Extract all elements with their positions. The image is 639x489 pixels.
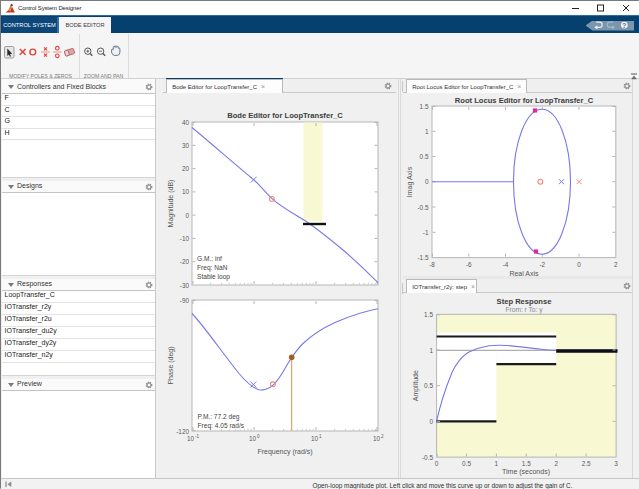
svg-text:P.M.: 77.2 deg: P.M.: 77.2 deg [198,413,240,421]
svg-text:0: 0 [185,212,189,219]
svg-text:2: 2 [554,460,558,467]
svg-text:?: ? [622,21,626,30]
svg-text:Bode Editor for LoopTransfer_C: Bode Editor for LoopTransfer_C [227,111,343,120]
svg-text:1: 1 [495,460,499,467]
svg-text:Amplitude: Amplitude [412,370,420,401]
svg-text:-1: -1 [423,229,429,236]
svg-text:Imag Axis: Imag Axis [406,166,414,197]
svg-text:From: r To: y: From: r To: y [506,306,544,314]
svg-text:0: 0 [435,460,439,467]
svg-text:-10: -10 [180,235,190,242]
svg-text:1: 1 [319,434,322,439]
svg-text:2: 2 [381,434,384,439]
svg-text:Step Response: Step Response [497,297,552,306]
svg-text:-0.5: -0.5 [417,204,428,211]
svg-text:1.5: 1.5 [522,460,531,467]
svg-text:1: 1 [425,128,429,135]
svg-text:20: 20 [182,165,190,172]
svg-text:Phase (deg): Phase (deg) [167,346,175,384]
svg-text:Freq: NaN: Freq: NaN [197,264,228,272]
svg-text:0: 0 [257,434,260,439]
svg-text:1.5: 1.5 [424,311,433,318]
svg-text:2.5: 2.5 [582,460,591,467]
svg-text:2: 2 [614,261,618,268]
svg-text:-1: -1 [195,434,200,439]
svg-text:Root Locus Editor for LoopTran: Root Locus Editor for LoopTransfer_C [455,96,594,105]
svg-text:Freq: 4.05 rad/s: Freq: 4.05 rad/s [198,422,245,430]
svg-text:0.5: 0.5 [424,382,433,389]
svg-text:0: 0 [429,418,433,425]
svg-text:10: 10 [182,188,190,195]
svg-text:-0.5: -0.5 [422,454,433,461]
svg-text:G.M.: inf: G.M.: inf [197,255,222,262]
svg-text:0: 0 [425,178,429,185]
svg-text:-120: -120 [176,428,189,435]
svg-text:10: 10 [249,435,257,442]
svg-text:-90: -90 [180,297,190,304]
svg-text:Frequency (rad/s): Frequency (rad/s) [257,448,312,456]
svg-text:40: 40 [182,119,190,126]
svg-text:0.5: 0.5 [420,153,429,160]
svg-text:10: 10 [311,435,319,442]
svg-text:3: 3 [614,460,618,467]
svg-text:-4: -4 [503,261,509,268]
svg-text:1: 1 [429,347,433,354]
svg-text:-30: -30 [180,282,190,289]
svg-text:30: 30 [182,142,190,149]
svg-text:-8: -8 [429,261,435,268]
svg-text:Stable loop: Stable loop [197,273,230,281]
svg-text:0.5: 0.5 [462,460,471,467]
svg-text:-6: -6 [466,261,472,268]
svg-text:0: 0 [577,261,581,268]
svg-text:1.5: 1.5 [420,103,429,110]
svg-text:Time (seconds): Time (seconds) [502,468,550,476]
svg-text:10: 10 [187,435,195,442]
svg-text:Magnitude (dB): Magnitude (dB) [167,180,175,228]
svg-text:-2: -2 [539,261,545,268]
svg-text:-20: -20 [180,258,190,265]
svg-text:10: 10 [373,435,381,442]
svg-text:-1.5: -1.5 [417,254,428,261]
